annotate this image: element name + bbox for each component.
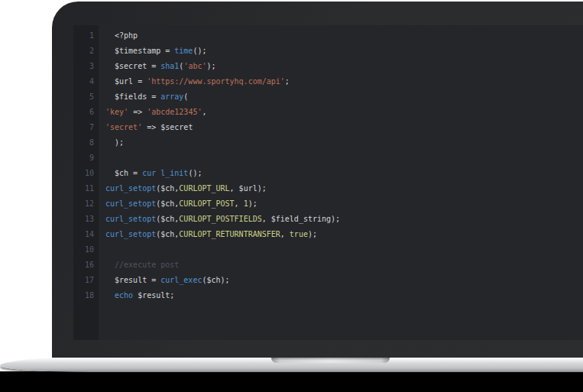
line-number: 14 xyxy=(73,227,99,242)
code-token: 'secret' xyxy=(105,123,142,131)
line-number: 2 xyxy=(73,44,99,59)
code-line: 'secret' => $secret xyxy=(105,120,583,135)
line-number: 4 xyxy=(73,74,99,89)
code-line: curl_setopt($ch,CURLOPT_RETURNTRANSFER, … xyxy=(105,227,583,242)
code-token xyxy=(105,291,115,300)
line-number: 18 xyxy=(73,288,99,303)
code-token: , xyxy=(202,108,206,116)
line-number: 5 xyxy=(73,89,99,105)
code-token: time xyxy=(174,47,193,55)
code-token: $result; xyxy=(133,291,174,300)
code-token: ($ch, xyxy=(156,184,179,193)
code-line: //execute post xyxy=(105,258,583,273)
code-token: $secret = xyxy=(105,62,160,70)
code-line xyxy=(105,242,583,258)
code-token: (); xyxy=(188,169,202,177)
code-line: $secret = sha1('abc'); xyxy=(105,59,583,74)
code-token: ; xyxy=(285,77,290,86)
page-background: { "palette": { "page-bg": "#ffffff", "fl… xyxy=(0,0,583,392)
line-number: 10 xyxy=(73,166,99,181)
code-token: 'key' xyxy=(105,108,128,116)
code-token: ( xyxy=(183,92,188,101)
code-token: ); xyxy=(308,230,317,238)
code-token: $url = xyxy=(105,77,147,86)
code-token: curl_setopt xyxy=(105,230,156,238)
code-token: curl_setopt xyxy=(105,184,156,193)
code-line: $result = curl_exec($ch); xyxy=(105,273,583,288)
code-token: $fields = xyxy=(105,92,160,101)
line-number: 9 xyxy=(73,151,99,166)
code-token: ($ch); xyxy=(202,276,229,284)
laptop-base-notch xyxy=(271,358,390,363)
code-token: $timestamp = xyxy=(105,47,174,55)
code-area: <?php $timestamp = time(); $secret = sha… xyxy=(99,25,583,340)
code-token: curl_setopt xyxy=(105,199,156,208)
line-number: 13 xyxy=(73,212,99,227)
code-token: cur l_init xyxy=(142,169,188,177)
code-token: => xyxy=(128,108,147,116)
code-line: <?php xyxy=(105,28,583,44)
code-token: $result = xyxy=(105,276,160,284)
code-line: $timestamp = time(); xyxy=(105,44,583,59)
code-token: array xyxy=(160,92,183,101)
code-token: sha1 xyxy=(160,62,179,70)
code-token: //execute post xyxy=(105,261,179,269)
code-token: ($ch, xyxy=(156,199,179,208)
code-editor: 123456789101112131410161718 <?php $times… xyxy=(73,25,583,340)
code-token: => $secret xyxy=(142,123,193,131)
line-number: 8 xyxy=(73,135,99,151)
line-number: 12 xyxy=(73,196,99,212)
code-token: , xyxy=(280,230,290,238)
code-token: , $url); xyxy=(230,184,267,193)
line-number: 1 xyxy=(73,28,99,44)
code-token: curl_exec xyxy=(160,276,202,284)
code-token: 'abcde12345' xyxy=(147,108,202,116)
code-line: ); xyxy=(105,135,583,151)
code-token: ($ch, xyxy=(156,215,179,223)
code-token: (); xyxy=(193,47,206,55)
code-token: CURLOPT_POST xyxy=(179,199,234,208)
line-number: 17 xyxy=(73,273,99,288)
code-token: ); xyxy=(105,138,124,147)
code-token: ); xyxy=(206,62,215,70)
code-line: echo $result; xyxy=(105,288,583,303)
code-token: CURLOPT_RETURNTRANSFER xyxy=(179,230,280,238)
code-token: 'abc' xyxy=(183,62,206,70)
bottom-black-strip xyxy=(0,371,583,392)
line-number: 11 xyxy=(73,181,99,196)
code-token: CURLOPT_POSTFIELDS xyxy=(179,215,261,223)
line-number: 16 xyxy=(73,258,99,273)
line-number: 3 xyxy=(73,59,99,74)
code-token: CURLOPT_URL xyxy=(179,184,229,193)
line-number: 10 xyxy=(73,242,99,258)
code-line: curl_setopt($ch,CURLOPT_URL, $url); xyxy=(105,181,583,196)
code-token: echo xyxy=(115,291,133,300)
code-line: 'key' => 'abcde12345', xyxy=(105,105,583,120)
code-line xyxy=(105,151,583,166)
line-number: 7 xyxy=(73,120,99,135)
code-token: <?php xyxy=(105,31,138,40)
code-line: curl_setopt($ch,CURLOPT_POST, 1); xyxy=(105,196,583,212)
code-token: curl_setopt xyxy=(105,215,156,223)
code-token: , xyxy=(235,199,244,208)
code-token: ); xyxy=(248,199,257,208)
code-line: $fields = array( xyxy=(105,89,583,105)
code-line: curl_setopt($ch,CURLOPT_POSTFIELDS, $fie… xyxy=(105,212,583,227)
line-number: 6 xyxy=(73,105,99,120)
code-token: $ch = xyxy=(105,169,142,177)
laptop-screen-bezel: 123456789101112131410161718 <?php $times… xyxy=(52,2,583,358)
code-token: , $field_string); xyxy=(262,215,340,223)
code-line: $ch = cur l_init(); xyxy=(105,166,583,181)
code-token: true xyxy=(290,230,308,238)
code-line: $url = 'https://www.sportyhq.com/api'; xyxy=(105,74,583,89)
code-token: ($ch, xyxy=(156,230,179,238)
code-token: 'https://www.sportyhq.com/api' xyxy=(147,77,285,86)
line-number-gutter: 123456789101112131410161718 xyxy=(73,25,99,340)
